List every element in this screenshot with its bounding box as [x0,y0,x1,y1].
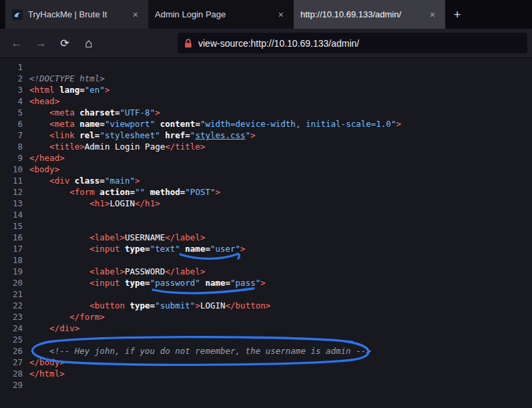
line-number: 21 [0,288,23,300]
line-number: 14 [0,209,23,220]
code-text: <h1>LOGIN</h1> [29,198,160,209]
code-text: <input type="text" name="user"> [29,243,246,254]
code-line: 28</html> [0,368,532,379]
code-token-val: "POST" [185,187,215,197]
code-line: 16 <label>USERNAME</label> [0,232,532,243]
line-number: 19 [0,266,23,277]
code-text: </div> [29,323,79,334]
line-number: 17 [0,243,23,254]
code-token-text: USERNAME [125,232,165,242]
address-bar[interactable]: view-source:http://10.10.69.133/admin/ [178,33,527,53]
code-text: </head> [29,152,65,164]
code-token-comment: <!-- Hey john, if you do not remember, t… [29,346,371,356]
line-number: 3 [0,84,23,95]
code-token-val: "" [135,187,145,197]
code-line: 10<body> [0,164,532,175]
code-token-tag: </label> [165,232,205,242]
forward-icon[interactable]: → [31,33,51,53]
line-number: 15 [0,220,23,232]
navigation-toolbar: ← → ⟳ ⌂ view-source:http://10.10.69.133/… [0,29,532,58]
code-line: 20 <input type="password" name="pass"> [0,277,532,288]
tab-close-icon[interactable]: × [275,9,287,21]
code-token-val: "stylesheet" [99,130,160,140]
code-line: 8 <title>Admin Login Page</title> [0,141,532,152]
code-text: </form> [29,311,105,323]
code-line: 26 <!-- Hey john, if you do not remember… [0,345,532,357]
code-token-attr: name= [79,119,105,129]
code-text: <meta charset="UTF-8"> [29,107,160,118]
code-line: 7 <link rel="stylesheet" href="styles.cs… [0,130,532,141]
code-text: <head> [29,95,59,107]
code-text: <label>PASSWORD</label> [29,266,205,277]
code-line: 2<!DOCTYPE html> [0,73,532,84]
code-line: 13 <h1>LOGIN</h1> [0,198,532,209]
code-token-attr: name= [180,244,210,254]
code-token-tag: > [155,108,160,118]
code-token-tag: > [396,119,401,129]
code-token-tag: <body> [29,164,59,174]
code-token-text: LOGIN [109,198,135,208]
home-icon[interactable]: ⌂ [79,33,99,53]
code-token-tag: <button [29,300,130,311]
tab-title: TryHackMe | Brute It [28,9,124,19]
tab-title: Admin Login Page [155,9,270,19]
code-token-tag: > [240,244,246,254]
code-token-tag: <meta [29,108,79,118]
code-token-attr: type= [130,300,156,311]
code-token-tag: > [260,278,266,288]
tab-close-icon[interactable]: × [427,9,439,21]
code-token-attr: lang= [59,85,85,95]
code-text: <body> [29,164,59,175]
line-number: 22 [0,300,23,311]
code-token-tag: </div> [29,323,79,333]
code-line: 1 [0,61,532,73]
tab-title: http://10.10.69.133/admin/ [300,9,421,19]
line-number: 7 [0,130,23,141]
code-token-attr: name= [200,278,230,288]
code-token-tag: <h1> [29,198,109,208]
reload-icon[interactable]: ⟳ [55,33,75,53]
code-line: 19 <label>PASSWORD</label> [0,266,532,277]
code-line: 18 [0,254,532,266]
code-line: 9</head> [0,152,532,164]
code-token-tag: > [250,130,256,140]
tab-close-icon[interactable]: × [129,9,142,21]
code-text: <div class="main"> [29,175,140,186]
code-token-tag: > [135,176,140,186]
code-token-tag: <input [29,278,125,288]
new-tab-button[interactable]: + [445,0,469,29]
line-number: 26 [0,345,23,357]
line-number: 25 [0,334,23,345]
code-token-tag: <label> [29,232,125,242]
line-number: 13 [0,198,23,209]
stylesheet-link[interactable]: styles.css [195,130,245,140]
code-token-val: "user" [210,244,240,254]
code-token-tag: <html [29,85,59,95]
line-number: 1 [0,61,23,73]
code-token-val: "password" [150,278,200,288]
code-token-tag: </html> [29,369,65,379]
browser-window: TryHackMe | Brute It × Admin Login Page … [0,0,532,408]
back-icon[interactable]: ← [7,33,27,53]
code-line: 27</body> [0,357,532,368]
line-number: 20 [0,277,23,288]
tab-tryhackme[interactable]: TryHackMe | Brute It × [5,0,148,29]
line-number: 4 [0,95,23,107]
tab-admin-url-active[interactable]: http://10.10.69.133/admin/ × [294,0,445,29]
code-line: 23 </form> [0,311,532,323]
code-line: 11 <div class="main"> [0,175,532,186]
line-number: 23 [0,311,23,323]
line-number: 10 [0,164,23,175]
code-line: 4<head> [0,95,532,107]
line-number: 28 [0,368,23,379]
code-token-tag: > [105,85,110,95]
code-line: 15 [0,220,532,232]
line-number: 24 [0,323,23,334]
code-token-tag: </label> [165,266,205,276]
code-line: 17 <input type="text" name="user"> [0,243,532,254]
code-token-tag: <div [29,176,75,186]
tab-admin-login[interactable]: Admin Login Page × [148,0,294,29]
code-token-tag: </body> [29,357,65,367]
line-number: 5 [0,107,23,118]
code-token-attr: action= [99,187,135,197]
